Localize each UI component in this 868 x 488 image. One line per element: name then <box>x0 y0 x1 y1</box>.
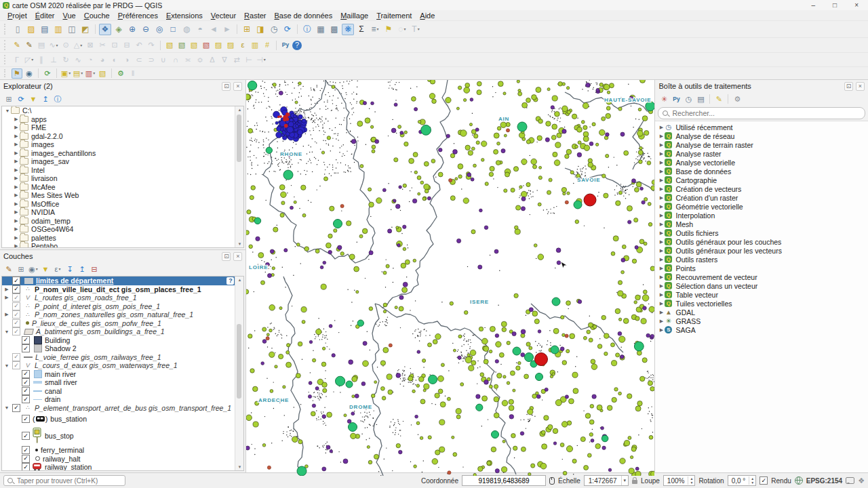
filter-browser-icon[interactable]: ▼ <box>28 94 39 104</box>
layers-scrollbar[interactable]: ▲ ▼ <box>235 277 243 470</box>
show-statistics-icon[interactable]: Σ <box>355 24 368 35</box>
maximize-button-icon[interactable]: □ <box>833 1 837 9</box>
move-label-icon[interactable]: ▧ <box>97 68 108 79</box>
browser-item-fme[interactable]: ▶FME <box>2 123 235 132</box>
label-toolbar-options-icon[interactable]: ▣▾ <box>60 68 71 79</box>
chevron-right-icon[interactable]: ▶ <box>658 257 665 262</box>
layer-visibility-checkbox[interactable]: ✓ <box>22 378 30 386</box>
browser-item-images[interactable]: ▶images <box>2 140 235 149</box>
browser-item-odaim-temp[interactable]: ▶odaim_temp <box>2 217 235 226</box>
chevron-right-icon[interactable]: ▶ <box>658 319 665 324</box>
chevron-right-icon[interactable]: ▶ <box>658 134 665 139</box>
layer-item-p-lieux-de-cultes-gis-osm-pofw-free-1[interactable]: ✓P_lieux_de_cultes gis_osm_pofw_free_1 <box>2 319 235 328</box>
toolbox-group-analyse-de-r-seau[interactable]: ▶QAnalyse de réseau <box>655 131 868 140</box>
field-calculator-icon[interactable]: # <box>262 40 273 50</box>
layer-item-p-nom-ville-lieu-dit-ect-gis-osm-places-free-1[interactable]: ▶✓∴P_nom_ville_lieu_dit_ect gis_osm_plac… <box>2 285 235 294</box>
diagram-options-icon[interactable]: ▤▾ <box>73 68 83 79</box>
save-project-icon[interactable]: ▤ <box>39 24 51 35</box>
osm-data-tools-icon[interactable]: ⟳ <box>42 68 53 79</box>
float-panel-icon[interactable]: ⊡ <box>222 252 231 261</box>
toolbox-group-saga[interactable]: ▶SSAGA <box>655 325 868 334</box>
chevron-right-icon[interactable]: ▶ <box>13 235 20 241</box>
chevron-down-icon[interactable]: ▾ <box>621 476 629 485</box>
layer-item-p-element-transport-arret-de-bus-gis-osm-transport-free-1[interactable]: ▼✓∴P_element_transport_arret_de_bus gis_… <box>2 404 235 413</box>
processing-history-icon[interactable]: ◷ <box>683 94 694 104</box>
locator-search[interactable] <box>3 475 125 486</box>
chevron-right-icon[interactable]: ▶ <box>658 283 665 289</box>
close-panel-icon[interactable]: × <box>233 82 242 91</box>
remove-layer-icon[interactable]: ⊟ <box>89 264 100 274</box>
new-3d-map-view-icon[interactable]: ◨ <box>254 24 267 35</box>
zoom-out-icon[interactable]: ⊖ <box>140 24 152 35</box>
statistical-summary-icon[interactable]: ▩ <box>328 24 340 35</box>
select-by-form-icon[interactable]: ▥ <box>250 40 260 50</box>
layer-visibility-checkbox[interactable]: ✓ <box>12 353 20 361</box>
browser-item-palettes[interactable]: ▶palettes <box>2 234 235 243</box>
locator-input[interactable] <box>16 476 121 485</box>
current-edits-icon[interactable]: ✎ <box>12 40 22 50</box>
processing-options-icon[interactable]: ✳ <box>658 94 669 104</box>
layer-item-shadow-2[interactable]: ✓Shadow 2 <box>2 344 235 353</box>
toolbox-group-cr-ation-de-vecteurs[interactable]: ▶QCréation de vecteurs <box>655 184 868 193</box>
save-project-as-icon[interactable]: ▥ <box>52 24 64 35</box>
browser-item-mcafee[interactable]: ▶McAfee <box>2 183 235 192</box>
layer-item-limites-de-d-partement[interactable]: ✓limites de département? <box>2 277 235 285</box>
toolbox-group-cartographie[interactable]: ▶QCartographie <box>655 176 868 184</box>
coordinate-input-box[interactable] <box>462 475 546 486</box>
chevron-right-icon[interactable]: ▶ <box>658 151 665 157</box>
layer-item-main-river[interactable]: ✓main river <box>2 370 235 379</box>
magnifier-spinbox[interactable]: 100% ▲▼ <box>663 475 696 486</box>
crs-label[interactable]: EPSG:2154 <box>806 477 842 485</box>
menu-couche[interactable]: Couche <box>80 12 114 20</box>
layout-manager-icon[interactable]: ◫ <box>66 24 78 35</box>
layer-visibility-checkbox[interactable]: ✓ <box>22 344 30 352</box>
layer-indicator-badge[interactable]: ? <box>226 277 234 285</box>
render-checkbox[interactable]: ✓ <box>760 476 768 485</box>
collapse-all-icon[interactable]: ↥ <box>40 94 51 104</box>
chevron-right-icon[interactable]: ▶ <box>658 178 665 183</box>
layer-item-building[interactable]: ✓Building <box>2 336 235 345</box>
chevron-down-icon[interactable]: ▼ <box>4 108 11 113</box>
chevron-right-icon[interactable]: ▶ <box>13 125 20 130</box>
menu-projet[interactable]: Projet <box>3 12 31 20</box>
open-layer-styling-icon[interactable]: ✎ <box>3 264 14 274</box>
identify-features-icon[interactable]: ⓘ <box>301 24 313 35</box>
chevron-right-icon[interactable]: ▶ <box>3 295 10 300</box>
chevron-right-icon[interactable]: ▶ <box>13 150 20 156</box>
toolbox-group-outils-g-n-raux-pour-les-couches[interactable]: ▶QOutils généraux pour les couches <box>655 237 868 246</box>
new-map-view-icon[interactable]: ⊞ <box>241 24 253 35</box>
float-panel-icon[interactable]: ⊡ <box>222 82 231 91</box>
refresh-browser-icon[interactable]: ⟳ <box>16 94 26 104</box>
chevron-right-icon[interactable]: ▶ <box>658 204 665 209</box>
toolbox-group-gdal[interactable]: ▶▲GDAL <box>655 308 868 317</box>
chevron-right-icon[interactable]: ▶ <box>13 192 20 198</box>
menu-traitement[interactable]: Traitement <box>372 12 416 20</box>
chevron-right-icon[interactable]: ▶ <box>13 243 20 247</box>
layer-visibility-checkbox[interactable]: ✓ <box>22 415 30 423</box>
scroll-down-icon[interactable]: ▼ <box>237 241 241 247</box>
chevron-right-icon[interactable]: ▶ <box>658 169 665 174</box>
chevron-right-icon[interactable]: ▶ <box>13 167 20 173</box>
layer-item-canal[interactable]: ✓canal <box>2 387 235 396</box>
toolbox-group-outils-g-n-raux-pour-les-vecteurs[interactable]: ▶QOutils généraux pour les vecteurs <box>655 246 868 255</box>
browser-scrollbar[interactable]: ▲ ▼ <box>235 106 243 247</box>
layer-visibility-checkbox[interactable]: ✓ <box>22 446 30 454</box>
browser-item-intel[interactable]: ▶Intel <box>2 166 235 175</box>
chevron-right-icon[interactable]: ▶ <box>13 142 20 147</box>
layer-visibility-checkbox[interactable]: ✓ <box>22 463 30 470</box>
browser-item-msoffice[interactable]: ▶MsOffice <box>2 200 235 209</box>
chevron-right-icon[interactable]: ▶ <box>658 230 665 236</box>
edit-features-in-place-icon[interactable]: ✎ <box>713 94 724 104</box>
layer-item-p-point-d-interet-gis-osm-pois-free-1[interactable]: ✓∴P_point_d_interet gis_osm_pois_free_1 <box>2 302 235 311</box>
minimize-button-icon[interactable]: – <box>812 1 816 9</box>
spin-down-icon[interactable]: ▼ <box>688 481 694 485</box>
new-project-icon[interactable]: ▯ <box>12 24 24 35</box>
chevron-right-icon[interactable]: ▶ <box>13 209 20 215</box>
toolbox-group-interpolation[interactable]: ▶QInterpolation <box>655 211 868 220</box>
pin-labels-icon[interactable]: ⚑ <box>12 68 22 79</box>
toolbox-group-points[interactable]: ▶QPoints <box>655 264 868 272</box>
layer-visibility-checkbox[interactable]: ✓ <box>12 404 20 412</box>
browser-item-nvidia[interactable]: ▶NVIDIA <box>2 208 235 217</box>
layer-item-a-batiment-gis-osm-buildings-a-free-1[interactable]: ▼✓A_batiment gis_osm_buildings_a_free_1 <box>2 327 235 336</box>
chevron-right-icon[interactable]: ▶ <box>13 134 20 139</box>
